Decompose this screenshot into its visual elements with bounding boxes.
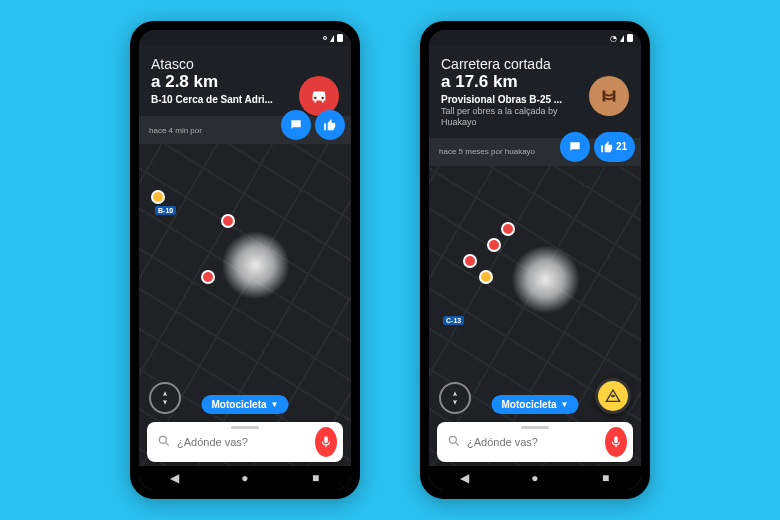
report-button[interactable] [595,378,631,414]
map-poi-icon[interactable] [201,270,215,284]
android-navbar: ◀ ● ■ [139,466,351,490]
road-shield: C-13 [443,316,464,325]
search-input[interactable] [177,436,315,448]
map-canvas[interactable]: B-10 Motocicleta ▼ [139,144,351,490]
vehicle-label: Motocicleta [212,399,267,410]
svg-rect-4 [603,91,606,102]
chevron-down-icon: ▼ [271,400,279,409]
road-closure-icon [589,76,629,116]
alert-card[interactable]: Carretera cortada a 17.6 km Provisional … [429,46,641,138]
vehicle-chip[interactable]: Motocicleta ▼ [202,395,289,414]
recents-icon[interactable]: ■ [306,471,326,485]
recents-icon[interactable]: ■ [596,471,616,485]
search-bar[interactable] [437,422,633,462]
signal-icon [330,35,334,42]
alert-time: hace 5 meses por huakayo [439,147,535,156]
chevron-down-icon: ▼ [561,400,569,409]
recenter-button[interactable] [149,382,181,414]
clock-icon: ◔ [610,34,617,43]
svg-point-1 [321,97,323,99]
map-canvas[interactable]: C-13 Motocicleta ▼ [429,166,641,490]
svg-point-9 [449,436,456,443]
location-icon [323,36,327,40]
drag-handle-icon[interactable] [521,426,549,429]
phone-screen: Atasco a 2.8 km B-10 Cerca de Sant Adri.… [139,30,351,490]
status-bar: ◔ [429,30,641,46]
signal-icon [620,35,624,42]
home-icon[interactable]: ● [525,471,545,485]
map-poi-icon[interactable] [463,254,477,268]
map-poi-icon[interactable] [479,270,493,284]
battery-icon [627,34,633,42]
road-shield: B-10 [155,206,176,215]
like-count: 21 [616,141,627,152]
search-bar[interactable] [147,422,343,462]
vehicle-label: Motocicleta [502,399,557,410]
back-icon[interactable]: ◀ [164,471,184,485]
android-navbar: ◀ ● ■ [429,466,641,490]
like-button[interactable] [315,110,345,140]
svg-point-2 [159,436,166,443]
alert-meta: hace 5 meses por huakayo 21 [429,138,641,166]
alert-title: Atasco [151,56,339,72]
comment-button[interactable] [281,110,311,140]
phone-frame: ◔ Carretera cortada a 17.6 km Provisiona… [420,21,650,499]
svg-line-10 [456,442,459,445]
svg-line-3 [166,442,169,445]
battery-icon [337,34,343,42]
svg-point-0 [314,97,316,99]
map-poi-icon[interactable] [487,238,501,252]
map-poi-icon[interactable] [501,222,515,236]
map-poi-icon[interactable] [151,190,165,204]
home-icon[interactable]: ● [235,471,255,485]
search-icon [447,434,461,451]
vehicle-chip[interactable]: Motocicleta ▼ [492,395,579,414]
search-input[interactable] [467,436,605,448]
alert-card[interactable]: Atasco a 2.8 km B-10 Cerca de Sant Adri.… [139,46,351,116]
phone-screen: ◔ Carretera cortada a 17.6 km Provisiona… [429,30,641,490]
back-icon[interactable]: ◀ [454,471,474,485]
like-button[interactable]: 21 [594,132,635,162]
map-poi-icon[interactable] [221,214,235,228]
recenter-button[interactable] [439,382,471,414]
drag-handle-icon[interactable] [231,426,259,429]
svg-rect-5 [613,91,616,102]
alert-meta: hace 4 min por [139,116,351,144]
alert-time: hace 4 min por [149,126,202,135]
voice-search-button[interactable] [315,427,337,457]
alert-road: Provisional Obras B-25 ... [441,94,571,105]
phone-frame: Atasco a 2.8 km B-10 Cerca de Sant Adri.… [130,21,360,499]
voice-search-button[interactable] [605,427,627,457]
alert-road: B-10 Cerca de Sant Adri... [151,94,281,105]
search-icon [157,434,171,451]
alert-title: Carretera cortada [441,56,629,72]
status-bar [139,30,351,46]
alert-subtitle: Tall per obres a la calçada by Huakayo [441,106,571,128]
comment-button[interactable] [560,132,590,162]
